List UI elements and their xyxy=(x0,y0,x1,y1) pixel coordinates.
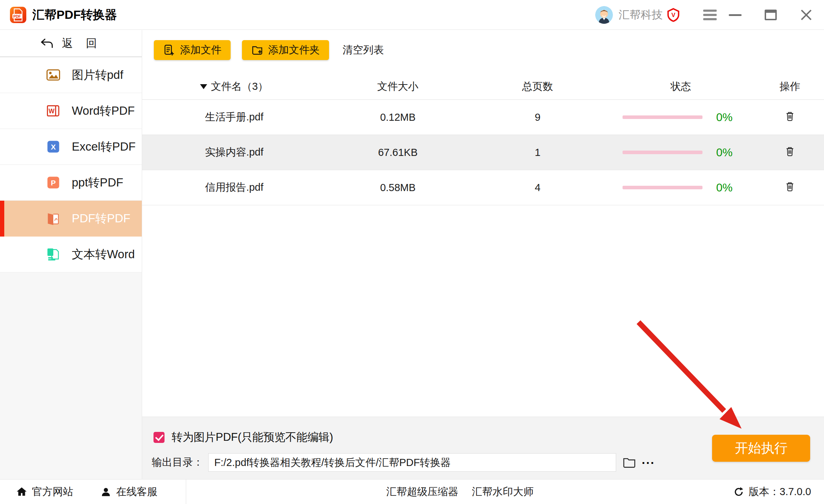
word-icon: W xyxy=(45,103,61,119)
maximize-button[interactable] xyxy=(753,0,788,30)
file-list: 生活手册.pdf 0.12MB 9 0% 实操内容.pdf 67.61KB 1 … xyxy=(142,100,824,205)
user-avatar[interactable] xyxy=(595,6,613,24)
sidebar-item-image-to-pdf[interactable]: 图片转pdf xyxy=(0,57,142,93)
footer-divider xyxy=(186,479,186,504)
sidebar-item-label: Excel转PDF xyxy=(72,139,136,155)
app-logo-icon: PDF xyxy=(10,6,27,23)
delete-file-button[interactable] xyxy=(784,181,796,192)
file-plus-icon xyxy=(163,44,175,56)
vip-badge-icon[interactable]: V xyxy=(667,8,680,22)
menu-icon[interactable] xyxy=(703,9,717,21)
pdf-book-icon xyxy=(45,211,61,227)
svg-text:X: X xyxy=(51,143,56,151)
home-icon xyxy=(16,486,28,498)
minimize-icon xyxy=(729,14,742,16)
svg-text:PDF: PDF xyxy=(14,14,21,18)
file-size: 0.12MB xyxy=(326,112,469,123)
add-folder-button[interactable]: 添加文件夹 xyxy=(242,40,329,60)
file-pages: 1 xyxy=(469,147,606,158)
output-dir-label: 输出目录： xyxy=(152,455,203,470)
table-row[interactable]: 实操内容.pdf 67.61KB 1 0% xyxy=(142,135,824,170)
image-icon xyxy=(45,67,61,83)
sidebar-item-label: 图片转pdf xyxy=(72,67,123,83)
trash-icon xyxy=(784,181,796,192)
progress-percent: 0% xyxy=(716,146,739,159)
progress-bar xyxy=(623,151,702,154)
official-site-link[interactable]: 官方网站 xyxy=(16,479,73,504)
sidebar-item-word-to-pdf[interactable]: W Word转PDF xyxy=(0,93,142,129)
back-label: 返 回 xyxy=(62,36,102,51)
clear-list-button[interactable]: 清空列表 xyxy=(343,43,384,57)
minimize-button[interactable] xyxy=(717,0,753,30)
online-service-link[interactable]: 在线客服 xyxy=(100,479,157,504)
image-pdf-checkbox[interactable] xyxy=(154,432,165,443)
start-button[interactable]: 开始执行 xyxy=(712,435,810,462)
column-header-status: 状态 xyxy=(606,80,756,94)
toolbar: 添加文件 添加文件夹 清空列表 xyxy=(154,40,384,60)
add-folder-label: 添加文件夹 xyxy=(268,43,320,57)
trash-icon xyxy=(784,146,796,157)
ppt-icon: P xyxy=(45,175,61,190)
column-header-filename[interactable]: 文件名（3） xyxy=(142,80,326,94)
table-header: 文件名（3） 文件大小 总页数 状态 操作 xyxy=(142,74,824,100)
progress-percent: 0% xyxy=(716,181,739,194)
avatar-image xyxy=(595,6,613,24)
back-button[interactable]: 返 回 xyxy=(0,30,142,57)
trash-icon xyxy=(784,110,796,122)
delete-file-button[interactable] xyxy=(784,146,796,157)
maximize-icon xyxy=(765,10,777,20)
sidebar-item-label: ppt转PDF xyxy=(72,175,123,191)
refresh-icon xyxy=(733,486,744,498)
file-name: 信用报告.pdf xyxy=(142,180,326,195)
table-row[interactable]: 生活手册.pdf 0.12MB 9 0% xyxy=(142,100,824,135)
close-button[interactable] xyxy=(788,0,824,30)
more-options-button[interactable]: ... xyxy=(642,453,655,467)
excel-icon: X xyxy=(45,139,61,155)
svg-text:P: P xyxy=(51,179,56,187)
file-size: 0.58MB xyxy=(326,182,469,194)
brand-name: 汇帮科技 xyxy=(619,7,663,22)
output-dir-input[interactable]: F:/2.pdf转换器相关教程/转换后文件/汇帮PDF转换器 xyxy=(208,453,616,472)
sidebar-item-label: Word转PDF xyxy=(72,103,135,119)
progress-bar xyxy=(623,115,702,119)
close-icon xyxy=(800,9,812,21)
svg-text:W: W xyxy=(49,108,55,115)
sidebar-item-pdf-to-pdf[interactable]: PDF转PDF xyxy=(0,201,142,237)
compressor-link[interactable]: 汇帮超级压缩器 xyxy=(386,479,458,504)
file-name: 实操内容.pdf xyxy=(142,145,326,159)
add-file-button[interactable]: 添加文件 xyxy=(154,40,231,60)
browse-folder-button[interactable] xyxy=(623,456,636,468)
folder-plus-icon xyxy=(251,44,263,56)
title-bar: PDF 汇帮PDF转换器 汇帮科技 V xyxy=(0,0,824,30)
back-arrow-icon xyxy=(40,38,54,49)
image-pdf-checkbox-label: 转为图片PDF(只能预览不能编辑) xyxy=(172,430,333,445)
svg-text:V: V xyxy=(671,12,675,18)
file-pages: 9 xyxy=(469,112,606,123)
customer-service-icon xyxy=(100,486,112,498)
file-name: 生活手册.pdf xyxy=(142,110,326,124)
progress-bar xyxy=(623,186,702,189)
app-title: 汇帮PDF转换器 xyxy=(32,7,117,23)
file-pages: 4 xyxy=(469,182,606,194)
table-row[interactable]: 信用报告.pdf 0.58MB 4 0% xyxy=(142,170,824,205)
footer: 官方网站 在线客服 汇帮超级压缩器 汇帮水印大师 版本：3.7.0.0 xyxy=(0,479,824,504)
file-size: 67.61KB xyxy=(326,147,469,158)
sidebar-item-text-to-word[interactable]: 文本转Word xyxy=(0,237,142,272)
column-header-pages: 总页数 xyxy=(469,80,606,94)
column-header-action: 操作 xyxy=(756,80,824,94)
sidebar-item-ppt-to-pdf[interactable]: P ppt转PDF xyxy=(0,165,142,201)
sort-desc-icon xyxy=(200,84,207,89)
version-info[interactable]: 版本：3.7.0.0 xyxy=(733,479,811,504)
sidebar-item-label: 文本转Word xyxy=(72,246,135,262)
delete-file-button[interactable] xyxy=(784,110,796,122)
add-file-label: 添加文件 xyxy=(180,43,221,57)
sidebar-item-label: PDF转PDF xyxy=(72,211,130,227)
watermark-link[interactable]: 汇帮水印大师 xyxy=(472,479,534,504)
sidebar-item-excel-to-pdf[interactable]: X Excel转PDF xyxy=(0,129,142,165)
folder-icon xyxy=(623,456,636,468)
text-word-icon xyxy=(45,246,61,262)
progress-percent: 0% xyxy=(716,111,739,124)
sidebar: 返 回 图片转pdf W Word转PDF X Excel转PDF P ppt转… xyxy=(0,30,142,479)
column-header-filesize: 文件大小 xyxy=(326,80,469,94)
